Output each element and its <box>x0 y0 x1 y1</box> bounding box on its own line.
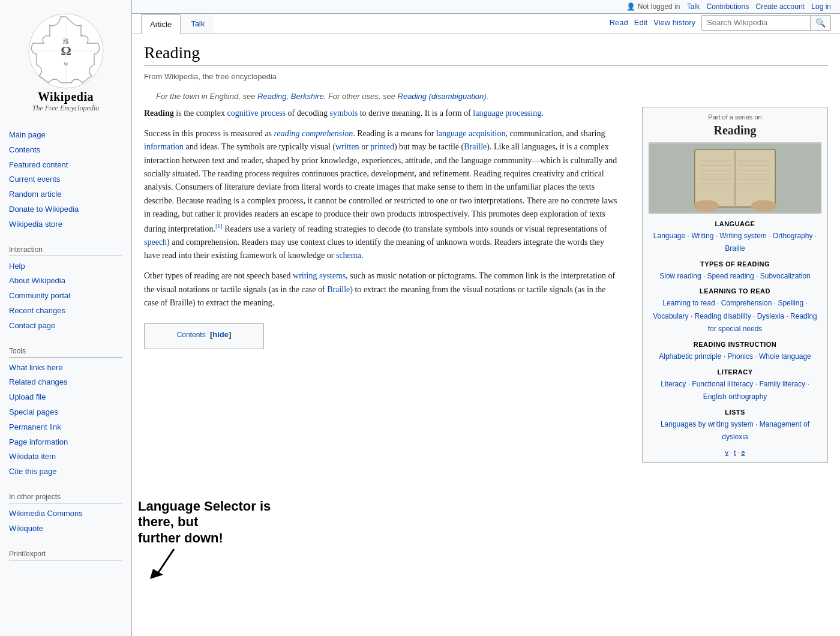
nav-cite-this-page[interactable]: Cite this page <box>6 464 125 479</box>
infobox-types-links: Slow reading · Speed reading · Subvocali… <box>649 270 821 283</box>
link-v[interactable]: v <box>725 449 728 456</box>
content-area: 👤 Not logged in Talk Contributions Creat… <box>132 0 840 636</box>
hatnote: For the town in England, see Reading, Be… <box>144 90 828 107</box>
tab-view-history[interactable]: View history <box>653 18 695 27</box>
tab-edit[interactable]: Edit <box>634 18 647 27</box>
link-subvocalization[interactable]: Subvocalization <box>760 272 811 280</box>
tab-article[interactable]: Article <box>141 14 181 34</box>
link-speech[interactable]: speech <box>144 238 167 247</box>
link-braille-2[interactable]: Braille <box>327 285 350 294</box>
link-language-acquisition[interactable]: language acquisition <box>436 129 505 138</box>
link-information[interactable]: information <box>144 142 184 151</box>
toc-title: Contents [hide] <box>154 330 254 339</box>
print-title: Print/export <box>6 550 125 558</box>
toc-box: Contents [hide] <box>144 323 264 349</box>
link-language-processing[interactable]: language processing <box>473 109 541 118</box>
link-spelling[interactable]: Spelling <box>778 299 803 307</box>
link-literacy[interactable]: Literacy <box>661 380 686 388</box>
link-orthography[interactable]: Orthography <box>773 232 813 240</box>
hatnote-link-disambiguation[interactable]: Reading (disambiguation) <box>398 92 487 101</box>
wikipedia-logo: Ω 維 W <box>27 12 105 90</box>
link-vocabulary[interactable]: Vocabulary <box>653 312 688 320</box>
ref-1[interactable]: [1] <box>215 223 223 229</box>
nav-special-pages[interactable]: Special pages <box>6 405 125 420</box>
toc-hide-link[interactable]: hide <box>212 330 229 339</box>
nav-current-events[interactable]: Current events <box>6 172 125 187</box>
topbar: 👤 Not logged in Talk Contributions Creat… <box>132 0 840 14</box>
interaction-divider <box>9 256 122 256</box>
link-written[interactable]: written <box>335 142 359 151</box>
nav-what-links-here[interactable]: What links here <box>6 361 125 376</box>
nav-wikidata-item[interactable]: Wikidata item <box>6 449 125 464</box>
contributions-link[interactable]: Contributions <box>707 2 749 11</box>
nav-community-portal[interactable]: Community portal <box>6 289 125 304</box>
navigation-section: Main page Contents Featured content Curr… <box>0 125 131 235</box>
link-comprehension[interactable]: Comprehension <box>721 299 772 307</box>
link-symbols[interactable]: symbols <box>330 109 358 118</box>
nav-wiki-store[interactable]: Wikipedia store <box>6 217 125 232</box>
link-writing-systems[interactable]: writing systems <box>293 271 346 280</box>
log-in-link[interactable]: Log in <box>811 2 831 11</box>
link-reading-disability[interactable]: Reading disability <box>695 312 751 320</box>
infobox-types-section: Types of Reading <box>649 260 821 268</box>
link-alphabetic-principle[interactable]: Alphabetic principle <box>659 352 721 361</box>
link-writing-system[interactable]: Writing system <box>719 232 766 240</box>
link-languages-by-writing-system[interactable]: Languages by writing system <box>661 420 754 428</box>
print-section: Print/export <box>0 539 131 566</box>
nav-page-information[interactable]: Page information <box>6 435 125 450</box>
link-functional-illiteracy[interactable]: Functional illiteracy <box>692 380 753 388</box>
nav-donate[interactable]: Donate to Wikipedia <box>6 202 125 217</box>
article-from-wikipedia: From Wikipedia, the free encyclopedia <box>144 72 828 81</box>
nav-wikiquote[interactable]: Wikiquote <box>6 521 125 536</box>
tab-talk[interactable]: Talk <box>182 14 214 34</box>
link-schema[interactable]: schema <box>336 251 361 260</box>
link-english-orthography[interactable]: English orthography <box>703 392 767 401</box>
search-button[interactable]: 🔍 <box>810 16 830 30</box>
link-family-literacy[interactable]: Family literacy <box>759 380 805 388</box>
nav-random-article[interactable]: Random article <box>6 187 125 202</box>
tab-read[interactable]: Read <box>610 18 628 27</box>
article-body: Reading is the complex cognitive process… <box>144 107 828 463</box>
nav-tabs-left: Article Talk <box>141 14 610 34</box>
nav-permanent-link[interactable]: Permanent link <box>6 420 125 435</box>
link-braille[interactable]: Braille <box>464 142 487 151</box>
nav-wikimedia-commons[interactable]: Wikimedia Commons <box>6 506 125 521</box>
nav-recent-changes[interactable]: Recent changes <box>6 304 125 319</box>
other-projects-divider <box>9 503 122 503</box>
link-speed-reading[interactable]: Speed reading <box>707 272 754 280</box>
create-account-link[interactable]: Create account <box>756 2 805 11</box>
infobox-vtc: v · t · e <box>649 449 821 456</box>
nav-upload-file[interactable]: Upload file <box>6 390 125 405</box>
link-t[interactable]: t <box>734 449 736 456</box>
link-language[interactable]: Language <box>653 232 685 240</box>
link-e[interactable]: e <box>741 449 745 456</box>
nav-help[interactable]: Help <box>6 259 125 274</box>
nav-tabs: Article Talk Read Edit View history 🔍 <box>132 14 840 34</box>
tools-title: Tools <box>6 347 125 355</box>
search-input[interactable] <box>702 16 810 29</box>
link-cognitive-process[interactable]: cognitive process <box>227 109 286 118</box>
link-learning-to-read[interactable]: Learning to read <box>662 299 715 307</box>
tools-section: Tools What links here Related changes Up… <box>0 337 131 482</box>
wiki-title: Wikipedia <box>0 90 131 104</box>
link-slow-reading[interactable]: Slow reading <box>659 272 701 280</box>
link-braille-info[interactable]: Braille <box>725 244 745 253</box>
link-dyslexia[interactable]: Dyslexia <box>757 312 784 320</box>
link-writing[interactable]: Writing <box>691 232 713 240</box>
nav-featured-content[interactable]: Featured content <box>6 158 125 173</box>
link-whole-language[interactable]: Whole language <box>759 352 811 361</box>
talk-link[interactable]: Talk <box>687 2 700 11</box>
link-reading-comprehension[interactable]: reading comprehension <box>274 129 353 138</box>
nav-about[interactable]: About Wikipedia <box>6 274 125 289</box>
infobox-instruction-section: Reading Instruction <box>649 341 821 348</box>
other-projects-section: In other projects Wikimedia Commons Wiki… <box>0 482 131 539</box>
link-phonics[interactable]: Phonics <box>727 352 753 361</box>
link-printed[interactable]: printed <box>370 142 394 151</box>
nav-contents[interactable]: Contents <box>6 143 125 158</box>
nav-contact[interactable]: Contact page <box>6 319 125 334</box>
nav-related-changes[interactable]: Related changes <box>6 375 125 390</box>
hatnote-link-berkshire[interactable]: Reading, Berkshire <box>257 92 324 101</box>
nav-main-page[interactable]: Main page <box>6 128 125 143</box>
interaction-title: Interaction <box>6 245 125 254</box>
nav-tabs-right: Read Edit View history 🔍 <box>610 15 831 34</box>
